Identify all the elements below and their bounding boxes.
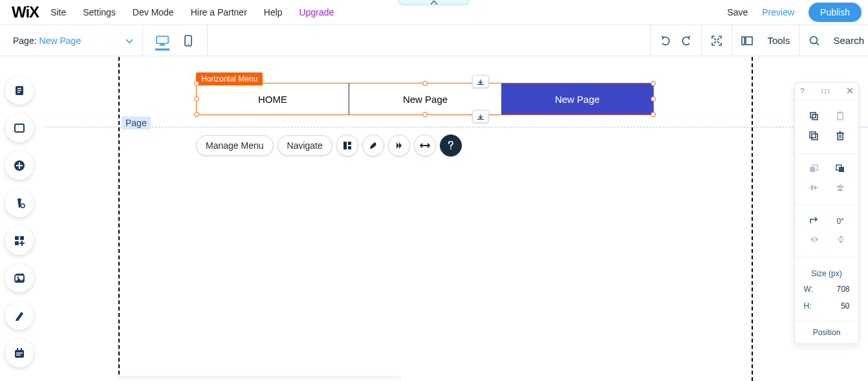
help-icon[interactable] <box>440 135 462 157</box>
desktop-view-button[interactable] <box>155 31 169 50</box>
width-label: W: <box>804 285 817 294</box>
page-selector-label: Page: <box>13 36 37 46</box>
svg-point-40 <box>828 92 829 93</box>
preview-button[interactable]: Preview <box>762 7 794 17</box>
resize-handle[interactable] <box>651 81 656 86</box>
design-icon[interactable] <box>362 135 384 157</box>
menu-help[interactable]: Help <box>264 7 283 17</box>
layout-icon[interactable] <box>336 135 358 157</box>
align-horizontal-icon[interactable] <box>808 184 819 193</box>
svg-rect-44 <box>839 112 841 114</box>
svg-point-7 <box>810 36 818 43</box>
top-tab-toggle[interactable] <box>398 0 470 5</box>
resize-handle[interactable] <box>651 112 656 117</box>
copy-icon[interactable] <box>808 111 819 123</box>
width-value[interactable]: 708 <box>824 285 850 294</box>
dock-blog-button[interactable] <box>5 301 34 330</box>
stretch-icon[interactable] <box>414 135 436 157</box>
svg-rect-27 <box>16 353 23 354</box>
svg-point-38 <box>821 92 823 93</box>
svg-point-22 <box>17 277 19 279</box>
mobile-view-button[interactable] <box>181 31 195 50</box>
svg-rect-33 <box>348 146 351 149</box>
animation-icon[interactable] <box>388 135 410 157</box>
flip-horizontal-icon[interactable] <box>809 235 819 245</box>
page-label-tag[interactable]: Page <box>122 116 151 129</box>
menu-item-2[interactable]: New Page <box>501 83 653 114</box>
wix-logo[interactable]: WiX <box>12 3 39 21</box>
svg-rect-41 <box>810 113 816 118</box>
svg-point-17 <box>21 204 25 208</box>
dock-theme-button[interactable] <box>5 189 34 217</box>
height-value[interactable]: 50 <box>824 301 850 310</box>
svg-rect-20 <box>15 241 19 245</box>
menu-item-home[interactable]: HOME <box>197 83 349 114</box>
svg-rect-12 <box>17 92 20 93</box>
svg-rect-61 <box>838 189 843 191</box>
page-selector-value: New Page <box>39 36 125 46</box>
svg-point-37 <box>828 89 829 91</box>
svg-rect-60 <box>837 186 843 188</box>
page-selector[interactable]: Page: New Page <box>0 25 143 56</box>
svg-rect-2 <box>159 45 166 45</box>
resize-handle[interactable] <box>194 96 199 102</box>
bring-forward-icon[interactable] <box>808 164 819 175</box>
chevron-down-icon <box>125 36 133 46</box>
horizontal-menu-element[interactable]: HOME New Page New Page <box>196 83 654 115</box>
svg-rect-23 <box>16 274 24 275</box>
close-icon[interactable] <box>847 87 853 96</box>
dock-apps-button[interactable] <box>5 226 34 255</box>
guide-right <box>752 57 753 381</box>
dock-bookings-button[interactable] <box>5 339 34 367</box>
svg-rect-6 <box>746 37 752 45</box>
save-button[interactable]: Save <box>727 7 748 17</box>
inspector-help-icon[interactable]: ? <box>800 87 805 96</box>
dock-media-button[interactable] <box>5 264 34 292</box>
svg-rect-0 <box>157 36 168 43</box>
inspector-panel: ? 0° Size (px) <box>794 82 859 344</box>
align-vertical-icon[interactable] <box>836 183 845 194</box>
resize-handle[interactable] <box>651 96 656 102</box>
grow-up-button[interactable] <box>472 75 489 88</box>
duplicate-icon[interactable] <box>808 131 819 143</box>
resize-handle[interactable] <box>422 81 428 86</box>
undo-redo-group <box>650 25 701 56</box>
menu-site[interactable]: Site <box>50 7 66 17</box>
manage-menu-button[interactable]: Manage Menu <box>196 135 274 156</box>
search-label: Search <box>833 35 864 46</box>
grow-down-button[interactable] <box>472 110 489 123</box>
resize-handle[interactable] <box>422 112 428 117</box>
svg-rect-1 <box>160 44 164 45</box>
paste-icon[interactable] <box>835 111 845 123</box>
publish-button[interactable]: Publish <box>808 3 862 22</box>
menu-upgrade[interactable]: Upgrade <box>299 7 334 17</box>
svg-point-36 <box>825 89 826 91</box>
drag-handle-icon[interactable] <box>821 87 830 96</box>
navigate-button[interactable]: Navigate <box>277 135 332 156</box>
trash-icon[interactable] <box>836 131 845 143</box>
menu-hire[interactable]: Hire a Partner <box>191 7 247 17</box>
search-button[interactable]: Search <box>799 25 868 56</box>
menu-settings[interactable]: Settings <box>83 7 116 17</box>
rotation-value[interactable]: 0° <box>836 217 843 226</box>
flip-vertical-icon[interactable] <box>837 234 845 246</box>
resize-handle[interactable] <box>194 112 199 117</box>
svg-rect-11 <box>17 90 21 91</box>
zoom-fit-button[interactable] <box>701 25 732 56</box>
menu-devmode[interactable]: Dev Mode <box>133 7 174 17</box>
bottom-panel-handle[interactable] <box>116 376 401 381</box>
position-section-title[interactable]: Position <box>795 321 858 343</box>
svg-rect-18 <box>15 236 19 240</box>
tools-button[interactable]: Tools <box>732 25 799 56</box>
dock-section-button[interactable] <box>5 114 34 142</box>
dock-pages-button[interactable] <box>5 76 34 105</box>
dock-add-button[interactable] <box>5 151 34 180</box>
undo-button[interactable] <box>660 36 671 46</box>
svg-rect-26 <box>21 348 22 351</box>
redo-button[interactable] <box>680 36 692 46</box>
send-backward-icon[interactable] <box>835 164 845 175</box>
svg-rect-43 <box>838 113 843 120</box>
editor-canvas[interactable]: Page Horizontal Menu HOME New Page New P… <box>45 57 868 381</box>
rotation-icon[interactable] <box>809 215 818 226</box>
resize-handle[interactable] <box>194 81 199 86</box>
